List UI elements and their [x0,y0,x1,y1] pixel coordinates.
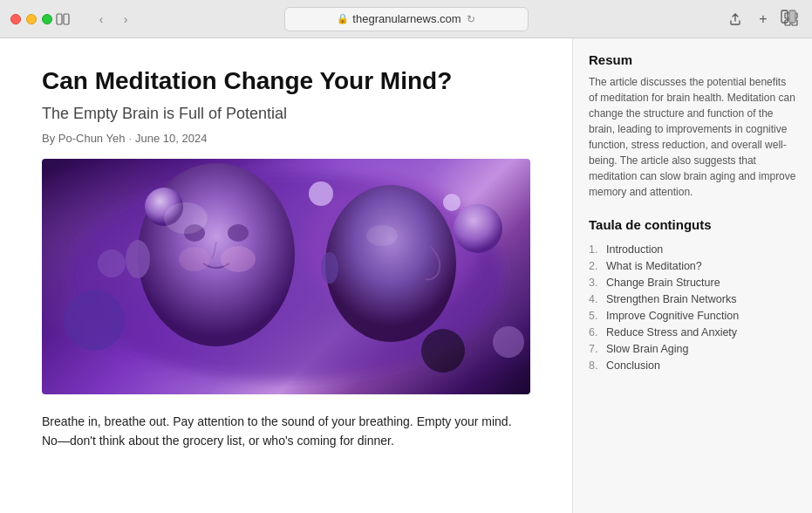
toc-list-item[interactable]: 5.Improve Cognitive Function [589,307,796,324]
article-hero-image [42,159,530,394]
svg-point-27 [179,247,210,271]
address-bar[interactable]: 🔒 thegranularnews.com ↻ [284,7,529,31]
toc-item-label: Change Brain Structure [606,277,720,289]
resum-section: Resum The article discusses the potentia… [589,52,796,200]
reload-button[interactable]: ↻ [467,13,475,25]
sidebar-toggle-icon[interactable] [52,9,73,30]
svg-point-14 [325,185,456,342]
resum-title: Resum [589,52,796,67]
new-tab-button[interactable]: + [753,9,774,30]
svg-point-24 [164,202,208,234]
toc-section: Taula de continguts 1.Introduction2.What… [589,217,796,373]
toc-list-item[interactable]: 7.Slow Brain Aging [589,340,796,357]
svg-point-15 [321,252,338,284]
toc-item-num: 8. [589,359,603,372]
browser-chrome: ‹ › 🔒 thegranularnews.com ↻ + [0,0,812,38]
svg-point-23 [443,194,461,211]
toc-item-label: Reduce Stress and Anxiety [606,326,737,339]
toc-item-num: 5. [589,310,603,322]
svg-point-21 [421,329,465,373]
toc-list: 1.Introduction2.What is Meditation?3.Cha… [589,241,796,373]
right-panel: Resum The article discusses the potentia… [572,38,812,513]
reader-panel-icon[interactable] [781,9,796,28]
toc-list-item[interactable]: 3.Change Brain Structure [589,274,796,291]
svg-point-19 [493,326,524,358]
article-byline: By Po-Chun Yeh · June 10, 2024 [42,132,530,145]
article-title: Can Meditation Change Your Mind? [42,66,530,96]
svg-point-22 [98,250,126,277]
toc-list-item[interactable]: 1.Introduction [589,241,796,257]
maximize-button[interactable] [42,14,52,24]
forward-button[interactable]: › [115,9,136,30]
article-container[interactable]: Can Meditation Change Your Mind? The Emp… [0,38,572,513]
svg-point-20 [309,181,333,206]
traffic-lights [10,14,52,24]
share-button[interactable] [725,9,746,30]
lock-icon: 🔒 [337,13,349,24]
toc-item-label: What is Meditation? [606,260,702,272]
article-subtitle: The Empty Brain is Full of Potential [42,105,530,123]
main-layout: Can Meditation Change Your Mind? The Emp… [0,38,812,513]
toc-list-item[interactable]: 8.Conclusion [589,357,796,373]
svg-rect-1 [64,14,69,24]
svg-point-13 [126,240,150,278]
svg-rect-6 [781,10,788,23]
nav-controls: ‹ › [91,9,136,30]
toc-item-label: Improve Cognitive Function [606,310,739,322]
close-button[interactable] [10,14,21,24]
toc-item-num: 1. [589,243,603,256]
article-body: Breathe in, breathe out. Pay attention t… [42,412,530,451]
toc-title: Taula de continguts [589,217,796,232]
toc-list-item[interactable]: 6.Reduce Stress and Anxiety [589,324,796,340]
toc-item-num: 4. [589,293,603,305]
svg-rect-7 [789,10,795,23]
svg-rect-0 [57,14,62,24]
toc-list-item[interactable]: 2.What is Meditation? [589,257,796,274]
byline-author: By Po-Chun Yeh [42,132,125,145]
toc-item-label: Conclusion [606,359,660,372]
toc-item-label: Slow Brain Aging [606,343,689,355]
toc-item-num: 2. [589,260,603,272]
toc-item-num: 3. [589,277,603,289]
toc-item-label: Introduction [606,243,663,256]
toc-list-item[interactable]: 4.Strengthen Brain Networks [589,291,796,307]
byline-date: June 10, 2024 [135,132,207,145]
resum-text: The article discusses the potential bene… [589,74,796,200]
toc-item-label: Strengthen Brain Networks [606,293,736,305]
back-button[interactable]: ‹ [91,9,112,30]
svg-point-12 [228,224,249,242]
svg-point-17 [454,204,502,253]
svg-point-26 [221,246,256,272]
toc-item-num: 6. [589,326,603,339]
svg-point-18 [64,290,125,351]
byline-separator: · [128,132,132,145]
url-text: thegranularnews.com [352,12,461,25]
minimize-button[interactable] [26,14,37,24]
toc-item-num: 7. [589,343,603,355]
svg-point-25 [366,225,398,246]
